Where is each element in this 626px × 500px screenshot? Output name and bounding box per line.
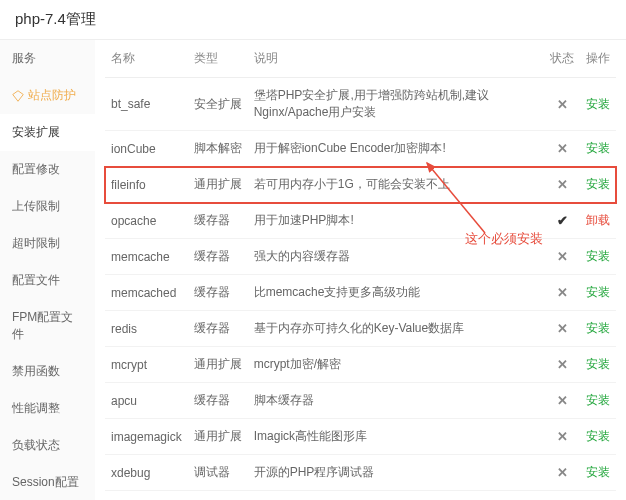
cell-status: ✕ bbox=[544, 239, 580, 275]
cell-action: 安装 bbox=[580, 383, 616, 419]
th-status: 状态 bbox=[544, 40, 580, 78]
action-link[interactable]: 安装 bbox=[586, 357, 610, 371]
x-icon: ✕ bbox=[557, 465, 568, 480]
cell-name: opcache bbox=[105, 203, 188, 239]
cell-type: 缓存器 bbox=[188, 311, 248, 347]
table-body: bt_safe安全扩展堡塔PHP安全扩展,用于增强防跨站机制,建议Nginx/A… bbox=[105, 78, 616, 491]
cell-status: ✕ bbox=[544, 383, 580, 419]
th-type: 类型 bbox=[188, 40, 248, 78]
cell-desc: mcrypt加密/解密 bbox=[248, 347, 544, 383]
x-icon: ✕ bbox=[557, 357, 568, 372]
table-row: fileinfo通用扩展若可用内存小于1G，可能会安装不上✕安装 bbox=[105, 167, 616, 203]
action-link[interactable]: 安装 bbox=[586, 249, 610, 263]
sidebar-item[interactable]: 服务 bbox=[0, 40, 95, 77]
cell-status: ✕ bbox=[544, 347, 580, 383]
cell-type: 缓存器 bbox=[188, 383, 248, 419]
cell-status: ✕ bbox=[544, 167, 580, 203]
cell-type: 通用扩展 bbox=[188, 347, 248, 383]
sidebar-item[interactable]: 站点防护 bbox=[0, 77, 95, 114]
action-link[interactable]: 安装 bbox=[586, 321, 610, 335]
main-container: 服务站点防护安装扩展配置修改上传限制超时限制配置文件FPM配置文件禁用函数性能调… bbox=[0, 40, 626, 500]
action-link[interactable]: 卸载 bbox=[586, 213, 610, 227]
cell-desc: 开源的PHP程序调试器 bbox=[248, 455, 544, 491]
cell-action: 安装 bbox=[580, 167, 616, 203]
x-icon: ✕ bbox=[557, 141, 568, 156]
action-link[interactable]: 安装 bbox=[586, 97, 610, 111]
th-action: 操作 bbox=[580, 40, 616, 78]
x-icon: ✕ bbox=[557, 97, 568, 112]
table-row: mcrypt通用扩展mcrypt加密/解密✕安装 bbox=[105, 347, 616, 383]
sidebar-item[interactable]: 配置修改 bbox=[0, 151, 95, 188]
sidebar-item[interactable]: FPM配置文件 bbox=[0, 299, 95, 353]
table-row: memcache缓存器强大的内容缓存器✕安装 bbox=[105, 239, 616, 275]
sidebar-item[interactable]: 超时限制 bbox=[0, 225, 95, 262]
sidebar-item[interactable]: Session配置 bbox=[0, 464, 95, 500]
cell-action: 安装 bbox=[580, 275, 616, 311]
check-icon: ✔ bbox=[557, 213, 568, 228]
cell-desc: 若可用内存小于1G，可能会安装不上 bbox=[248, 167, 544, 203]
table-row: opcache缓存器用于加速PHP脚本!✔卸载 bbox=[105, 203, 616, 239]
cell-name: fileinfo bbox=[105, 167, 188, 203]
action-link[interactable]: 安装 bbox=[586, 465, 610, 479]
table-row: memcached缓存器比memcache支持更多高级功能✕安装 bbox=[105, 275, 616, 311]
action-link[interactable]: 安装 bbox=[586, 285, 610, 299]
table-row: ionCube脚本解密用于解密ionCube Encoder加密脚本!✕安装 bbox=[105, 131, 616, 167]
sidebar-item[interactable]: 禁用函数 bbox=[0, 353, 95, 390]
main-content: 名称 类型 说明 状态 操作 bt_safe安全扩展堡塔PHP安全扩展,用于增强… bbox=[95, 40, 626, 500]
sidebar-item[interactable]: 安装扩展 bbox=[0, 114, 95, 151]
cell-status: ✕ bbox=[544, 419, 580, 455]
cell-status: ✕ bbox=[544, 78, 580, 131]
x-icon: ✕ bbox=[557, 285, 568, 300]
cell-type: 通用扩展 bbox=[188, 419, 248, 455]
th-name: 名称 bbox=[105, 40, 188, 78]
cell-action: 安装 bbox=[580, 78, 616, 131]
cell-action: 安装 bbox=[580, 455, 616, 491]
table-row: apcu缓存器脚本缓存器✕安装 bbox=[105, 383, 616, 419]
table-row: bt_safe安全扩展堡塔PHP安全扩展,用于增强防跨站机制,建议Nginx/A… bbox=[105, 78, 616, 131]
sidebar-item[interactable]: 上传限制 bbox=[0, 188, 95, 225]
sidebar: 服务站点防护安装扩展配置修改上传限制超时限制配置文件FPM配置文件禁用函数性能调… bbox=[0, 40, 95, 500]
cell-desc: 用于解密ionCube Encoder加密脚本! bbox=[248, 131, 544, 167]
x-icon: ✕ bbox=[557, 249, 568, 264]
cell-type: 脚本解密 bbox=[188, 131, 248, 167]
action-link[interactable]: 安装 bbox=[586, 141, 610, 155]
th-desc: 说明 bbox=[248, 40, 544, 78]
sidebar-item[interactable]: 负载状态 bbox=[0, 427, 95, 464]
cell-desc: 比memcache支持更多高级功能 bbox=[248, 275, 544, 311]
sidebar-item[interactable]: 配置文件 bbox=[0, 262, 95, 299]
action-link[interactable]: 安装 bbox=[586, 177, 610, 191]
action-link[interactable]: 安装 bbox=[586, 429, 610, 443]
cell-desc: 强大的内容缓存器 bbox=[248, 239, 544, 275]
page-title: php-7.4管理 bbox=[0, 0, 626, 40]
cell-name: memcache bbox=[105, 239, 188, 275]
cell-name: imagemagick bbox=[105, 419, 188, 455]
cell-action: 安装 bbox=[580, 347, 616, 383]
cell-status: ✕ bbox=[544, 131, 580, 167]
x-icon: ✕ bbox=[557, 393, 568, 408]
cell-action: 安装 bbox=[580, 131, 616, 167]
cell-desc: 用于加速PHP脚本! bbox=[248, 203, 544, 239]
cell-type: 缓存器 bbox=[188, 275, 248, 311]
cell-name: memcached bbox=[105, 275, 188, 311]
x-icon: ✕ bbox=[557, 429, 568, 444]
cell-name: apcu bbox=[105, 383, 188, 419]
table-row: imagemagick通用扩展Imagick高性能图形库✕安装 bbox=[105, 419, 616, 455]
cell-status: ✕ bbox=[544, 275, 580, 311]
action-link[interactable]: 安装 bbox=[586, 393, 610, 407]
table-row: redis缓存器基于内存亦可持久化的Key-Value数据库✕安装 bbox=[105, 311, 616, 347]
x-icon: ✕ bbox=[557, 321, 568, 336]
cell-type: 调试器 bbox=[188, 455, 248, 491]
cell-type: 通用扩展 bbox=[188, 167, 248, 203]
cell-name: mcrypt bbox=[105, 347, 188, 383]
extensions-table: 名称 类型 说明 状态 操作 bt_safe安全扩展堡塔PHP安全扩展,用于增强… bbox=[105, 40, 616, 491]
cell-type: 缓存器 bbox=[188, 203, 248, 239]
x-icon: ✕ bbox=[557, 177, 568, 192]
cell-action: 安装 bbox=[580, 419, 616, 455]
cell-desc: 基于内存亦可持久化的Key-Value数据库 bbox=[248, 311, 544, 347]
diamond-icon bbox=[12, 90, 24, 102]
sidebar-item[interactable]: 性能调整 bbox=[0, 390, 95, 427]
notes-list: Redis扩展仅支持一个PHP版本安装使用，若在其它PHP版本已安装redis扩… bbox=[105, 491, 616, 500]
cell-status: ✕ bbox=[544, 455, 580, 491]
cell-type: 缓存器 bbox=[188, 239, 248, 275]
cell-action: 安装 bbox=[580, 239, 616, 275]
